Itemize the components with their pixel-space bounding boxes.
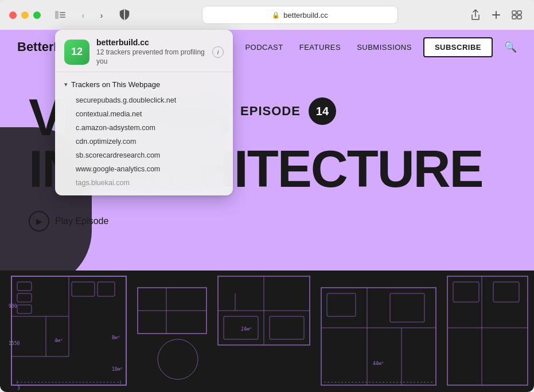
svg-text:3: 3 (17, 386, 20, 391)
svg-rect-11 (321, 288, 436, 385)
list-item[interactable]: tags.bluekai.com (55, 176, 233, 190)
popup-header: 12 betterbuild.cc 12 trackers prevented … (55, 30, 233, 72)
traffic-lights (9, 11, 41, 19)
tracker-count-badge: 12 (64, 40, 89, 65)
svg-text:900: 900 (9, 304, 17, 309)
popup-site-name: betterbuild.cc (96, 38, 205, 47)
svg-rect-6 (512, 15, 516, 19)
nav-podcast[interactable]: PODCAST (245, 43, 283, 52)
address-bar-container: 🔒 betterbuild.cc (139, 6, 461, 23)
svg-rect-40 (493, 282, 519, 302)
list-item[interactable]: c.amazon-adsystem.com (55, 121, 233, 135)
svg-rect-7 (517, 15, 521, 19)
forward-button[interactable]: › (93, 7, 110, 23)
svg-rect-33 (17, 293, 32, 302)
tracker-popup: 12 betterbuild.cc 12 trackers prevented … (55, 30, 233, 195)
svg-rect-34 (17, 305, 32, 313)
svg-text:44м²: 44м² (373, 361, 384, 366)
svg-rect-37 (327, 293, 356, 316)
list-item[interactable]: securepubads.g.doubleclick.net (55, 93, 233, 107)
nav-features[interactable]: FEATURES (299, 43, 341, 52)
back-button[interactable]: ‹ (75, 7, 91, 23)
svg-rect-2 (60, 14, 65, 15)
tracker-list: securepubads.g.doubleclick.net contextua… (55, 92, 233, 191)
svg-rect-38 (390, 293, 424, 322)
popup-site-desc: 12 trackers prevented from profiling you (96, 48, 205, 66)
svg-text:18м²: 18м² (112, 367, 123, 372)
lock-icon: 🔒 (272, 11, 280, 19)
trackers-section-title: Trackers on This Webpage (71, 80, 160, 89)
shield-icon[interactable] (116, 7, 132, 23)
episode-badge-area: EPISODE 14 (240, 97, 336, 125)
maximize-button[interactable] (33, 11, 41, 19)
browser-chrome: ‹ › 🔒 betterbuild.cc (0, 0, 534, 30)
trackers-title-row[interactable]: ▾ Trackers on This Webpage (55, 77, 233, 92)
toolbar-right (467, 7, 525, 23)
title-bar: ‹ › 🔒 betterbuild.cc (0, 0, 534, 30)
play-button-area[interactable]: ▶ Play Episode (29, 211, 505, 232)
popup-site-info: betterbuild.cc 12 trackers prevented fro… (96, 38, 205, 66)
svg-text:1550: 1550 (9, 341, 20, 346)
svg-rect-3 (60, 17, 65, 18)
svg-text:8м²: 8м² (112, 335, 120, 340)
episode-number-badge: 14 (309, 97, 336, 125)
nav-links: PODCAST FEATURES SUBMISSIONS (245, 43, 412, 52)
svg-rect-39 (453, 282, 479, 302)
new-tab-button[interactable] (488, 7, 504, 23)
svg-rect-12 (447, 276, 528, 385)
blueprint-section: 4м² 24м² 44м² 8м² 18м² 1550 900 3 (0, 271, 534, 392)
svg-rect-4 (512, 11, 516, 14)
list-item[interactable]: sb.scorecardresearch.com (55, 148, 233, 162)
subscribe-button[interactable]: SUBSCRIBE (423, 37, 493, 57)
list-item[interactable]: www.google-analytics.com (55, 162, 233, 176)
close-button[interactable] (9, 11, 17, 19)
search-icon[interactable]: 🔍 (504, 41, 517, 53)
trackers-section: ▾ Trackers on This Webpage securepubads.… (55, 72, 233, 195)
svg-point-27 (158, 339, 198, 379)
address-bar[interactable]: 🔒 betterbuild.cc (202, 6, 397, 23)
nav-buttons: ‹ › (75, 7, 110, 23)
minimize-button[interactable] (21, 11, 29, 19)
list-item[interactable]: contextual.media.net (55, 107, 233, 121)
svg-text:24м²: 24м² (241, 327, 252, 332)
svg-rect-0 (55, 11, 59, 19)
svg-rect-42 (270, 316, 304, 339)
sidebar-toggle[interactable] (52, 9, 68, 21)
episode-label: EPISODE (240, 104, 301, 119)
svg-rect-35 (72, 282, 95, 296)
chevron-down-icon: ▾ (64, 81, 68, 88)
popup-info-button[interactable]: i (212, 46, 224, 58)
play-label: Play Episode (55, 216, 108, 226)
play-circle-icon: ▶ (29, 211, 49, 232)
url-text: betterbuild.cc (283, 11, 328, 19)
svg-rect-32 (17, 282, 32, 291)
blueprint-svg: 4м² 24м² 44м² 8м² 18м² 1550 900 3 (0, 271, 534, 392)
tabs-button[interactable] (509, 7, 525, 23)
svg-rect-36 (98, 282, 115, 296)
list-item[interactable]: cdn.optimizely.com (55, 135, 233, 148)
svg-rect-5 (517, 11, 521, 14)
nav-submissions[interactable]: SUBMISSIONS (357, 43, 412, 52)
share-button[interactable] (467, 7, 484, 23)
svg-rect-1 (60, 12, 65, 13)
svg-text:4м²: 4м² (54, 338, 63, 343)
